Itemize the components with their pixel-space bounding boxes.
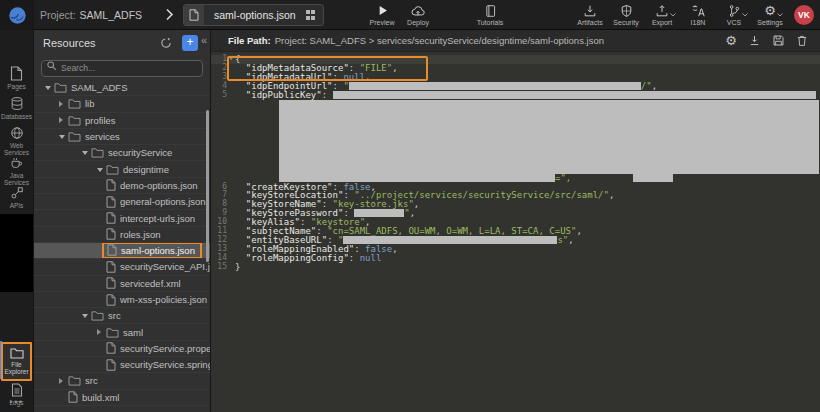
expand-arrow-icon[interactable] xyxy=(56,133,67,140)
collapse-arrow-icon[interactable] xyxy=(56,378,67,384)
tree-item-services[interactable]: services xyxy=(34,129,210,145)
file-icon xyxy=(106,359,116,371)
collapse-panel-icon[interactable]: « xyxy=(201,34,207,46)
scrollbar-thumb[interactable] xyxy=(206,110,209,262)
tree-item-label: intercept-urls.json xyxy=(120,213,195,224)
sidebar-item-java-services[interactable]: Java Services xyxy=(0,156,33,186)
deploy-button[interactable]: Deploy xyxy=(396,3,440,26)
tree-item-label: securityService.properties xyxy=(120,343,210,354)
tree-item-src[interactable]: src xyxy=(34,373,210,389)
file-icon xyxy=(106,228,116,240)
tree-item-securityservice-spring-xml[interactable]: securityService.spring.xml xyxy=(34,357,210,373)
topbar-right-actions: Artifacts Security Export I18N xyxy=(572,3,788,26)
add-resource-button[interactable]: + xyxy=(182,35,198,51)
tab-label: saml-options.json xyxy=(204,9,306,21)
grid-icon[interactable] xyxy=(306,10,316,20)
tree-item-label: profiles xyxy=(85,115,116,126)
chevron-right-icon[interactable] xyxy=(165,8,174,21)
code-editor[interactable]: 1▾{2 "idpMetadataSource": "FILE",3 "idpM… xyxy=(211,52,820,272)
user-avatar[interactable]: VK xyxy=(794,5,814,25)
save-icon[interactable] xyxy=(772,34,785,47)
sidebar-item-databases[interactable]: Databases xyxy=(0,96,33,120)
expand-arrow-icon[interactable] xyxy=(79,149,90,156)
gear-icon: ⚙ xyxy=(764,3,776,18)
fold-spacer xyxy=(227,263,235,272)
tree-item-saml[interactable]: saml xyxy=(34,324,210,340)
tree-item-intercept-urls-json[interactable]: intercept-urls.json xyxy=(34,210,210,226)
settings-gear-icon[interactable]: ⚙ xyxy=(725,34,737,47)
api-nodes-icon xyxy=(10,186,24,200)
tree-item-profiles[interactable]: profiles xyxy=(34,113,210,129)
fold-spacer xyxy=(227,227,235,236)
fold-spacer xyxy=(227,254,235,263)
export-icon xyxy=(655,3,669,18)
tree-item-roles-json[interactable]: roles.json xyxy=(34,227,210,243)
tree-item-label: lib xyxy=(85,98,95,109)
tree-item-label: build.xml xyxy=(82,392,120,403)
expand-arrow-icon[interactable] xyxy=(42,84,53,91)
tree-item-label: wm-xss-policies.json xyxy=(120,294,207,305)
json-punctuation: , xyxy=(392,244,397,254)
wavemaker-studio-app: Project: SAML_ADFS saml-options.json Pre… xyxy=(0,0,820,412)
fold-spacer xyxy=(227,245,235,254)
export-button[interactable]: Export xyxy=(644,3,680,26)
json-punctuation: : xyxy=(349,253,360,263)
redacted-value xyxy=(349,82,641,90)
tree-item-securityservice[interactable]: securityService xyxy=(34,145,210,161)
security-button[interactable]: Security xyxy=(608,3,644,26)
resources-header: Resources + xyxy=(34,30,210,56)
search-input[interactable] xyxy=(41,60,203,77)
tree-item-servicedef-xml[interactable]: servicedef.xml xyxy=(34,276,210,292)
file-icon xyxy=(106,179,116,191)
sidebar-overflow-button[interactable]: ••• xyxy=(0,397,33,407)
globe-icon xyxy=(10,126,24,140)
i18n-button[interactable]: I18N xyxy=(680,3,716,26)
tree-item-demo-options-json[interactable]: demo-options.json xyxy=(34,178,210,194)
editor-actions: ⚙ xyxy=(725,34,820,47)
code-line-5[interactable]: 5 "idpPublicKey": =", xyxy=(211,91,820,183)
sidebar-item-pages[interactable]: Pages xyxy=(0,66,33,90)
delete-trash-icon[interactable] xyxy=(796,34,808,47)
tree-item-securityservice-api-json[interactable]: securityService_API.json xyxy=(34,259,210,275)
download-icon[interactable] xyxy=(748,34,761,47)
expand-arrow-icon[interactable] xyxy=(79,312,90,319)
json-punctuation: } xyxy=(235,262,240,272)
vcs-button[interactable]: VCS xyxy=(716,3,752,26)
expand-arrow-icon[interactable] xyxy=(94,166,105,173)
tree-item-label: general-options.json xyxy=(120,196,206,207)
sidebar-item-web-services[interactable]: Web Services xyxy=(0,126,33,156)
file-icon xyxy=(184,5,204,25)
fold-spacer xyxy=(227,191,235,200)
fold-arrow-icon[interactable]: ▾ xyxy=(227,55,235,64)
settings-button[interactable]: ⚙ Settings xyxy=(752,3,788,26)
tree-item-designtime[interactable]: designtime xyxy=(34,161,210,177)
file-icon xyxy=(68,391,78,403)
tree-item-wm-xss-policies-json[interactable]: wm-xss-policies.json xyxy=(34,292,210,308)
tree-item-build-xml[interactable]: build.xml xyxy=(34,390,210,406)
tree-item-src[interactable]: src xyxy=(34,308,210,324)
collapse-arrow-icon[interactable] xyxy=(56,117,67,123)
tutorials-button[interactable]: Tutorials xyxy=(468,3,512,26)
collapse-arrow-icon[interactable] xyxy=(56,101,67,107)
file-tree: SAML_ADFSlibprofilesservicessecurityServ… xyxy=(34,80,210,406)
tree-item-securityservice-properties[interactable]: securityService.properties xyxy=(34,341,210,357)
collapse-arrow-icon[interactable] xyxy=(94,329,105,335)
refresh-icon[interactable] xyxy=(160,37,172,49)
tree-item-general-options-json[interactable]: general-options.json xyxy=(34,194,210,210)
book-icon xyxy=(484,3,497,18)
json-punctuation: , xyxy=(652,81,657,91)
json-punctuation: , xyxy=(365,72,370,82)
sidebar-item-file-explorer[interactable]: File Explorer xyxy=(1,342,32,381)
file-tab[interactable]: saml-options.json xyxy=(183,4,324,26)
wavemaker-logo-icon[interactable] xyxy=(0,0,34,30)
sidebar-item-apis[interactable]: APIs xyxy=(0,186,33,209)
json-punctuation: , xyxy=(568,235,573,245)
tree-item-saml-adfs[interactable]: SAML_ADFS xyxy=(34,80,210,96)
code-line-15[interactable]: 15} xyxy=(211,263,820,272)
code-line-14[interactable]: 14 "roleMappingConfig": null xyxy=(211,254,820,263)
tree-item-saml-options-json[interactable]: saml-options.json xyxy=(34,243,210,259)
tree-item-label: roles.json xyxy=(120,229,161,240)
fold-spacer xyxy=(227,91,235,100)
artifacts-button[interactable]: Artifacts xyxy=(572,3,608,26)
tree-item-lib[interactable]: lib xyxy=(34,96,210,112)
